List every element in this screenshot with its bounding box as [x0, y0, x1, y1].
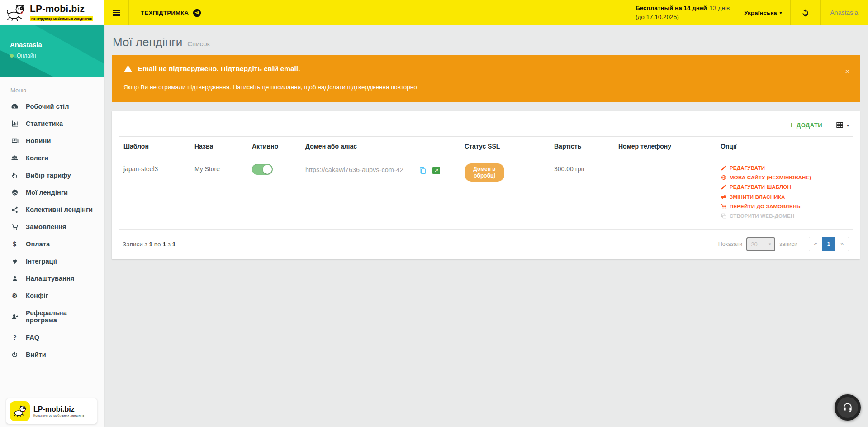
sidebar-item-label: Мої лендінги	[26, 189, 68, 196]
language-icon	[721, 175, 727, 180]
col-header-options: Опції	[716, 137, 853, 156]
power-icon	[10, 351, 19, 358]
add-landing-button[interactable]: + ДОДАТИ	[789, 121, 822, 129]
sidebar-item-label: Вибір тарифу	[26, 172, 71, 179]
card-toolbar: + ДОДАТИ ▾	[119, 115, 853, 136]
show-label: Показати	[718, 241, 743, 247]
pager-prev-button[interactable]: «	[809, 237, 822, 251]
refresh-icon	[802, 9, 809, 17]
sidebar-item-my-landings[interactable]: Мої лендінги	[0, 184, 104, 201]
resend-confirmation-link[interactable]: Натисніть це посилання, щоб надіслати пі…	[233, 84, 417, 91]
open-landing-button[interactable]: ↗	[432, 167, 440, 174]
hamburger-icon[interactable]	[104, 0, 128, 25]
option-site-language[interactable]: МОВА САЙТУ (НЕЗМІНЮВАНЕ)	[721, 175, 848, 180]
sidebar-item-config[interactable]: ⚙ Конфіг	[0, 287, 104, 304]
sidebar-item-tariff[interactable]: Вибір тарифу	[0, 167, 104, 184]
page-size-select[interactable]: 20 ▾	[746, 237, 775, 251]
sidebar-item-label: Інтеграції	[26, 258, 57, 265]
sidebar-item-label: Конфіг	[26, 292, 48, 299]
footer-brand-title: LP-mobi.biz	[33, 405, 84, 413]
main-content: Мої лендінги Список Email не підтверджен…	[104, 25, 868, 427]
chevron-down-icon: ▾	[769, 242, 771, 246]
newspaper-icon	[10, 137, 19, 144]
col-header-ssl: Статус SSL	[460, 137, 550, 156]
tachometer-icon	[10, 102, 19, 110]
col-header-active: Активно	[247, 137, 301, 156]
sidebar-item-faq[interactable]: ? FAQ	[0, 329, 104, 346]
support-chat-button[interactable]	[835, 394, 861, 421]
plug-icon	[10, 258, 19, 265]
sidebar-item-payment[interactable]: $ Оплата	[0, 235, 104, 253]
language-selector[interactable]: Українська ▾	[736, 0, 790, 25]
sidebar-footer-logo[interactable]: LP-mobi.biz Конструктор мобільних лендін…	[6, 398, 97, 424]
sidebar-item-integrations[interactable]: Інтеграції	[0, 253, 104, 270]
sidebar-item-label: Колеги	[26, 154, 48, 162]
sidebar-item-referral[interactable]: Реферальна програма	[0, 304, 104, 329]
ssl-status-badge: Домен в обробці	[465, 163, 504, 182]
sidebar-menu: Робочий стіл Статистика Новини Колеги	[0, 97, 104, 363]
option-edit[interactable]: РЕДАГУВАТИ	[721, 165, 848, 171]
caret-down-icon: ▾	[847, 123, 849, 128]
brand-subtitle: Конструктор мобильных лендингов	[30, 16, 93, 21]
close-icon[interactable]: ×	[845, 67, 850, 76]
users-icon	[10, 154, 19, 162]
share-icon	[10, 206, 19, 213]
brand-title: LP-mobi.biz	[30, 4, 93, 14]
layers-icon	[10, 189, 19, 196]
copy-icon	[419, 167, 427, 174]
dog-logo-badge	[10, 401, 30, 421]
footer-brand-subtitle: Конструктор мобільних лендінгів	[33, 414, 84, 417]
page-title: Мої лендінги	[113, 35, 182, 49]
bar-chart-icon	[10, 120, 19, 127]
trial-info: Бесплатный на 14 дней13 днів (до 17.10.2…	[629, 0, 736, 25]
sidebar-item-label: Вийти	[26, 351, 46, 358]
table-row: japan-steel3 My Store	[119, 156, 853, 230]
domain-input[interactable]	[305, 165, 413, 176]
row-options: РЕДАГУВАТИ МОВА САЙТУ (НЕЗМІНЮВАНЕ)	[721, 165, 848, 219]
online-status-dot	[10, 54, 14, 58]
column-settings-button[interactable]: ▾	[836, 121, 849, 129]
plus-icon: +	[789, 121, 794, 129]
exchange-icon: ⇄	[721, 194, 727, 200]
support-link[interactable]: ТЕХПІДТРИМКА	[129, 0, 213, 25]
brand-logo[interactable]: LP-mobi.biz Конструктор мобильных лендин…	[0, 0, 104, 25]
cell-name: My Store	[190, 156, 247, 230]
refresh-button[interactable]	[791, 0, 820, 25]
sidebar-item-label: Робочий стіл	[26, 103, 69, 110]
clone-icon	[721, 213, 727, 219]
question-icon: ?	[10, 334, 19, 341]
col-header-phone: Номер телефону	[614, 137, 716, 156]
gears-icon: ⚙	[10, 292, 19, 299]
sidebar-item-colleagues[interactable]: Колеги	[0, 149, 104, 167]
option-change-owner[interactable]: ⇄ ЗМІНИТИ ВЛАСНИКА	[721, 194, 848, 200]
dog-mascot-icon	[5, 4, 26, 22]
sidebar-item-statistics[interactable]: Статистика	[0, 115, 104, 132]
topbar-username[interactable]: Anastasia	[821, 0, 868, 25]
copy-domain-button[interactable]	[419, 167, 427, 174]
cell-phone	[614, 156, 716, 230]
sidebar-item-dashboard[interactable]: Робочий стіл	[0, 97, 104, 115]
alert-hint-prefix: Якщо Ви не отримали підтвердження.	[123, 84, 231, 91]
option-create-web-domain: СТВОРИТИ WEB-ДОМЕН	[721, 213, 848, 219]
landings-table: Шаблон Назва Активно Домен або аліас Ста…	[119, 136, 853, 230]
option-label: РЕДАГУВАТИ ШАБЛОН	[730, 184, 791, 190]
page-header: Мої лендінги Список	[104, 25, 868, 55]
sidebar-item-settings[interactable]: Налаштування	[0, 270, 104, 287]
records-label: записи	[779, 241, 797, 247]
sidebar-item-collective-landings[interactable]: Колективні лендінги	[0, 201, 104, 218]
option-edit-template[interactable]: РЕДАГУВАТИ ШАБЛОН	[721, 184, 848, 190]
sidebar-item-news[interactable]: Новини	[0, 132, 104, 149]
sidebar-item-orders[interactable]: Замовлення	[0, 218, 104, 235]
email-alert-banner: Email не підтверджено. Підтвердіть свій …	[112, 55, 860, 102]
sidebar-item-logout[interactable]: Вийти	[0, 346, 104, 363]
trial-days-left: 13 днів	[710, 5, 730, 11]
chevron-down-icon: ▾	[779, 10, 782, 15]
sidebar-item-label: Колективні лендінги	[26, 206, 93, 213]
active-toggle[interactable]	[252, 164, 273, 175]
option-go-to-orders[interactable]: ПЕРЕЙТИ ДО ЗАМОВЛЕНЬ	[721, 204, 848, 209]
trial-plan: Бесплатный на 14 дней	[636, 5, 707, 11]
cart-icon	[10, 223, 19, 230]
dollar-icon: $	[10, 240, 19, 248]
pager-page-1-button[interactable]: 1	[822, 237, 835, 251]
pager-next-button[interactable]: »	[835, 237, 849, 251]
